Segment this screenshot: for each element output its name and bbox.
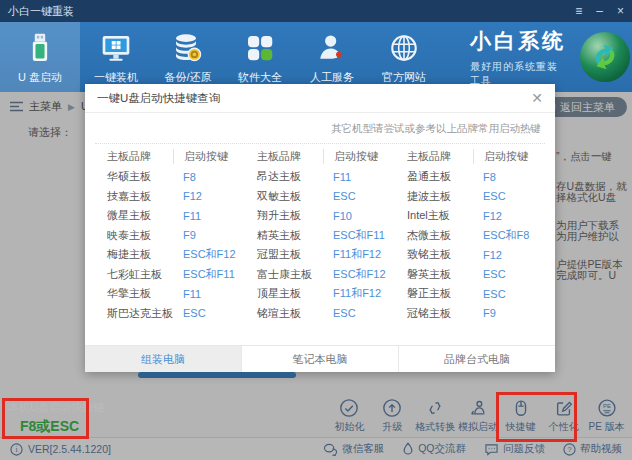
brand-cell: 昂达主板	[245, 169, 323, 184]
help-text-fragment: ”，点击一键	[556, 150, 612, 164]
chevron-right-icon: ▶	[68, 102, 75, 112]
table-row: 微星主板F11	[95, 206, 245, 226]
brand-cell: Intel主板	[395, 208, 473, 223]
nav-item-6[interactable]: 官方网站	[368, 22, 440, 92]
table-row: 梅捷主板ESC和F12	[95, 245, 245, 265]
brand-cell: 磐英主板	[395, 267, 473, 282]
brand-cell: 杰微主板	[395, 228, 473, 243]
tab-2[interactable]: 笔记本电脑	[242, 346, 399, 372]
key-cell: F9	[173, 229, 245, 241]
window-controls: ≡–×	[575, 0, 624, 22]
nav-item-label: 官方网站	[382, 70, 426, 85]
table-row: 富士康主板ESC和F12	[245, 265, 395, 285]
nav-items: U 盘启动一键装机备份/还原软件大全人工服务官方网站	[0, 22, 440, 92]
column-header-brand: 主板品牌	[95, 149, 173, 164]
info-circle-icon: i	[10, 443, 23, 456]
key-cell: F12	[473, 249, 545, 261]
nav-item-2[interactable]: 一键装机	[80, 22, 152, 92]
help-text-fragment: 完成即可。U	[556, 269, 616, 283]
key-cell: F11	[173, 288, 245, 300]
brand-cell: 精英主板	[245, 228, 323, 243]
toolbar-item-2[interactable]: 升级	[371, 398, 414, 434]
table-row: 顶星主板F11和F12	[245, 284, 395, 304]
svg-text:PE: PE	[603, 403, 611, 409]
table-row: 冠铭主板F9	[395, 304, 545, 324]
brand-cell: 映泰主板	[95, 228, 173, 243]
brand-cell: 冠盟主板	[245, 247, 323, 262]
dialog-tabs: 组装电脑笔记本电脑品牌台式电脑	[85, 345, 555, 372]
close-icon[interactable]: ✕	[531, 84, 543, 112]
arrow-up-circle-icon	[382, 398, 402, 418]
brand-block: 小白系统 最好用的系统重装工具	[470, 22, 568, 92]
nav-item-label: 软件大全	[238, 70, 282, 85]
key-cell: ESC和F8	[473, 228, 545, 243]
column-header-key: 启动按键	[323, 149, 395, 164]
toolbar-item-6[interactable]: 个性化	[542, 398, 585, 434]
wechat-icon	[323, 443, 338, 456]
key-cell: F8	[473, 171, 545, 183]
qq-icon	[402, 442, 414, 456]
toolbar-item-label: 快捷键	[506, 420, 536, 434]
toolbar-item-3[interactable]: 格式转换	[414, 398, 457, 434]
brand-cell: 技嘉主板	[95, 189, 173, 204]
minimize-icon[interactable]: –	[596, 0, 603, 22]
hotkey-table-header: 主板品牌启动按键	[395, 148, 545, 165]
swirl-orb-icon	[578, 30, 632, 84]
nav-item-4[interactable]: 软件大全	[224, 22, 296, 92]
table-row: 盈通主板F8	[395, 167, 545, 187]
brand-cell: 华擎主板	[95, 286, 173, 301]
hotkey-table-group-1: 主板品牌启动按键华硕主板F8技嘉主板F12微星主板F11映泰主板F9梅捷主板ES…	[95, 148, 245, 323]
usb-drive-icon	[27, 30, 53, 66]
toolbar-item-4[interactable]: 模拟启动	[457, 398, 500, 434]
brand-cell: 致铭主板	[395, 247, 473, 262]
nav-item-1[interactable]: U 盘启动	[0, 22, 80, 92]
column-header-brand: 主板品牌	[245, 149, 323, 164]
brand-cell: 富士康主板	[245, 267, 323, 282]
key-cell: F9	[473, 307, 545, 319]
key-cell: ESC	[473, 268, 545, 280]
local-hotkey-panel: 本机U盘启动快捷键： F8或ESC	[8, 400, 115, 436]
hamburger-icon	[10, 101, 23, 112]
key-cell: ESC和F11	[323, 228, 395, 243]
key-cell: F11和F12	[323, 286, 395, 301]
breadcrumb-menu[interactable]: 主菜单	[29, 99, 62, 114]
status-link-1[interactable]: 微信客服	[323, 442, 384, 456]
column-header-key: 启动按键	[173, 149, 245, 164]
key-cell: F11	[173, 210, 245, 222]
toolbar-item-label: 格式转换	[415, 420, 455, 434]
brand-cell: 斯巴达克主板	[95, 306, 173, 321]
hotkey-query-dialog: 一键U盘启动快捷键查询 ✕ 其它机型请尝试或参考以上品牌常用启动热键 主板品牌启…	[85, 84, 555, 372]
status-link-2[interactable]: QQ交流群	[402, 442, 466, 456]
tab-3[interactable]: 品牌台式电脑	[399, 346, 555, 372]
table-row: Intel主板F12	[395, 206, 545, 226]
table-row: 华擎主板F11	[95, 284, 245, 304]
status-link-4[interactable]: ?帮助视频	[563, 442, 622, 456]
brand-cell: 顶星主板	[245, 286, 323, 301]
select-prompt-label: 请选择：	[28, 125, 72, 140]
toolbar-item-7[interactable]: PEPE 版本	[585, 398, 628, 434]
tab-1[interactable]: 组装电脑	[85, 346, 242, 372]
brand-cell: 七彩虹主板	[95, 267, 173, 282]
brand-cell: 捷波主板	[395, 189, 473, 204]
help-text-fragment: 择格式化U盘	[556, 191, 616, 205]
version-block: i VER[2.5.44.1220]	[10, 443, 111, 456]
nav-item-5[interactable]: 人工服务	[296, 22, 368, 92]
nav-item-3[interactable]: 备份/还原	[152, 22, 224, 92]
key-cell: F10	[323, 210, 395, 222]
window-title: 小白一键重装	[8, 4, 575, 19]
table-row: 映泰主板F9	[95, 226, 245, 246]
pencil-icon	[554, 398, 574, 418]
dialog-header: 一键U盘启动快捷键查询 ✕	[85, 84, 555, 113]
table-row: 磐英主板ESC	[395, 265, 545, 285]
table-row: 斯巴达克主板ESC	[95, 304, 245, 324]
table-row: 冠盟主板F11和F12	[245, 245, 395, 265]
key-cell: ESC和F12	[173, 247, 245, 262]
close-icon[interactable]: ×	[617, 0, 624, 22]
key-cell: ESC	[323, 190, 395, 202]
menu-icon[interactable]: ≡	[575, 0, 582, 22]
key-cell: ESC	[323, 307, 395, 319]
toolbar-item-1[interactable]: 初始化	[328, 398, 371, 434]
toolbar-item-5[interactable]: 快捷键	[499, 398, 542, 434]
monitor-icon	[100, 30, 132, 66]
status-link-3[interactable]: 问题反馈	[484, 442, 545, 456]
